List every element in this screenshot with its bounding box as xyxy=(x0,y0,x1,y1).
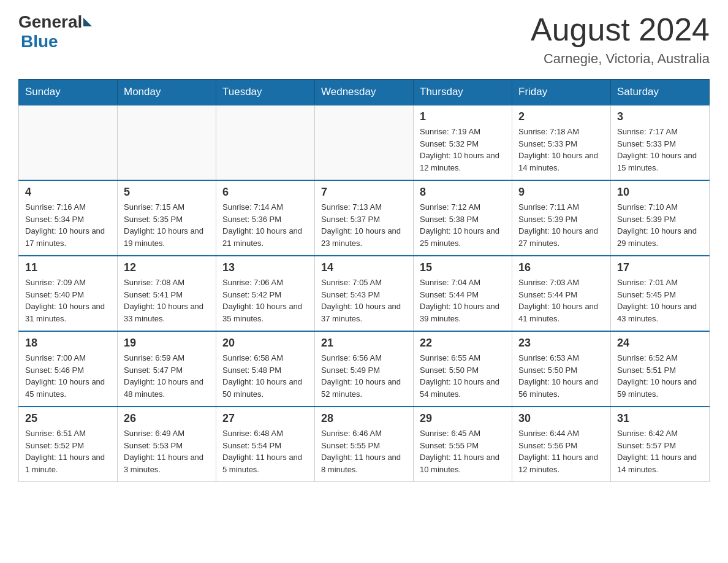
day-number: 3 xyxy=(617,110,703,123)
day-info: Sunrise: 6:49 AM Sunset: 5:53 PM Dayligh… xyxy=(124,427,210,475)
day-info: Sunrise: 7:12 AM Sunset: 5:38 PM Dayligh… xyxy=(420,201,506,249)
day-info: Sunrise: 7:17 AM Sunset: 5:33 PM Dayligh… xyxy=(617,126,703,174)
calendar-day-cell: 3Sunrise: 7:17 AM Sunset: 5:33 PM Daylig… xyxy=(611,105,710,180)
page-header: General Blue August 2024 Carnegie, Victo… xyxy=(18,12,710,67)
day-number: 19 xyxy=(124,337,210,350)
calendar-day-cell xyxy=(19,105,118,180)
day-info: Sunrise: 7:00 AM Sunset: 5:46 PM Dayligh… xyxy=(25,352,111,400)
day-info: Sunrise: 7:08 AM Sunset: 5:41 PM Dayligh… xyxy=(124,277,210,324)
day-number: 5 xyxy=(124,186,210,199)
calendar-day-header: Tuesday xyxy=(216,80,315,105)
calendar-day-cell xyxy=(216,105,315,180)
calendar-week-row: 25Sunrise: 6:51 AM Sunset: 5:52 PM Dayli… xyxy=(19,407,710,482)
day-info: Sunrise: 6:53 AM Sunset: 5:50 PM Dayligh… xyxy=(518,352,604,400)
calendar-day-cell: 22Sunrise: 6:55 AM Sunset: 5:50 PM Dayli… xyxy=(414,331,512,407)
day-info: Sunrise: 7:11 AM Sunset: 5:39 PM Dayligh… xyxy=(518,201,604,249)
day-number: 22 xyxy=(420,337,506,350)
calendar-day-cell: 11Sunrise: 7:09 AM Sunset: 5:40 PM Dayli… xyxy=(19,256,118,331)
calendar-day-header: Thursday xyxy=(414,80,512,105)
day-info: Sunrise: 7:14 AM Sunset: 5:36 PM Dayligh… xyxy=(222,201,308,249)
day-info: Sunrise: 7:03 AM Sunset: 5:44 PM Dayligh… xyxy=(518,277,604,324)
day-number: 28 xyxy=(321,412,407,425)
day-info: Sunrise: 7:13 AM Sunset: 5:37 PM Dayligh… xyxy=(321,201,407,249)
title-section: August 2024 Carnegie, Victoria, Australi… xyxy=(531,12,710,67)
calendar-day-cell: 28Sunrise: 6:46 AM Sunset: 5:55 PM Dayli… xyxy=(315,407,414,482)
month-year-title: August 2024 xyxy=(531,12,710,47)
day-info: Sunrise: 7:15 AM Sunset: 5:35 PM Dayligh… xyxy=(124,201,210,249)
logo-triangle-icon xyxy=(83,18,92,26)
calendar-day-cell: 26Sunrise: 6:49 AM Sunset: 5:53 PM Dayli… xyxy=(118,407,216,482)
day-info: Sunrise: 6:46 AM Sunset: 5:55 PM Dayligh… xyxy=(321,427,407,475)
day-number: 27 xyxy=(222,412,308,425)
day-info: Sunrise: 6:44 AM Sunset: 5:56 PM Dayligh… xyxy=(518,427,604,475)
day-number: 21 xyxy=(321,337,407,350)
day-number: 26 xyxy=(124,412,210,425)
logo: General Blue xyxy=(18,12,93,52)
calendar-day-cell: 29Sunrise: 6:45 AM Sunset: 5:55 PM Dayli… xyxy=(414,407,512,482)
day-number: 23 xyxy=(518,337,604,350)
calendar-day-cell: 23Sunrise: 6:53 AM Sunset: 5:50 PM Dayli… xyxy=(512,331,611,407)
calendar-day-cell: 18Sunrise: 7:00 AM Sunset: 5:46 PM Dayli… xyxy=(19,331,118,407)
day-number: 13 xyxy=(222,261,308,274)
calendar-day-cell: 8Sunrise: 7:12 AM Sunset: 5:38 PM Daylig… xyxy=(414,180,512,256)
day-number: 8 xyxy=(420,186,506,199)
calendar-day-header: Friday xyxy=(512,80,611,105)
calendar-day-header: Saturday xyxy=(611,80,710,105)
day-info: Sunrise: 7:19 AM Sunset: 5:32 PM Dayligh… xyxy=(420,126,506,174)
day-info: Sunrise: 7:05 AM Sunset: 5:43 PM Dayligh… xyxy=(321,277,407,324)
calendar-day-cell: 27Sunrise: 6:48 AM Sunset: 5:54 PM Dayli… xyxy=(216,407,315,482)
day-number: 9 xyxy=(518,186,604,199)
calendar-day-cell: 1Sunrise: 7:19 AM Sunset: 5:32 PM Daylig… xyxy=(414,105,512,180)
location-subtitle: Carnegie, Victoria, Australia xyxy=(531,51,710,67)
calendar-day-cell: 2Sunrise: 7:18 AM Sunset: 5:33 PM Daylig… xyxy=(512,105,611,180)
day-info: Sunrise: 6:55 AM Sunset: 5:50 PM Dayligh… xyxy=(420,352,506,400)
calendar-day-cell: 19Sunrise: 6:59 AM Sunset: 5:47 PM Dayli… xyxy=(118,331,216,407)
calendar-day-cell: 30Sunrise: 6:44 AM Sunset: 5:56 PM Dayli… xyxy=(512,407,611,482)
day-number: 18 xyxy=(25,337,111,350)
calendar-day-cell: 9Sunrise: 7:11 AM Sunset: 5:39 PM Daylig… xyxy=(512,180,611,256)
day-info: Sunrise: 7:01 AM Sunset: 5:45 PM Dayligh… xyxy=(617,277,703,324)
calendar-day-cell: 7Sunrise: 7:13 AM Sunset: 5:37 PM Daylig… xyxy=(315,180,414,256)
day-info: Sunrise: 6:42 AM Sunset: 5:57 PM Dayligh… xyxy=(617,427,703,475)
calendar-day-cell: 13Sunrise: 7:06 AM Sunset: 5:42 PM Dayli… xyxy=(216,256,315,331)
day-number: 2 xyxy=(518,110,604,123)
day-number: 4 xyxy=(25,186,111,199)
calendar-week-row: 18Sunrise: 7:00 AM Sunset: 5:46 PM Dayli… xyxy=(19,331,710,407)
day-number: 11 xyxy=(25,261,111,274)
calendar-day-cell: 12Sunrise: 7:08 AM Sunset: 5:41 PM Dayli… xyxy=(118,256,216,331)
calendar-table: SundayMondayTuesdayWednesdayThursdayFrid… xyxy=(18,79,710,482)
day-info: Sunrise: 7:10 AM Sunset: 5:39 PM Dayligh… xyxy=(617,201,703,249)
day-info: Sunrise: 7:18 AM Sunset: 5:33 PM Dayligh… xyxy=(518,126,604,174)
day-number: 30 xyxy=(518,412,604,425)
day-number: 16 xyxy=(518,261,604,274)
day-info: Sunrise: 6:56 AM Sunset: 5:49 PM Dayligh… xyxy=(321,352,407,400)
day-number: 10 xyxy=(617,186,703,199)
calendar-day-header: Sunday xyxy=(19,80,118,105)
day-info: Sunrise: 7:04 AM Sunset: 5:44 PM Dayligh… xyxy=(420,277,506,324)
calendar-day-cell: 6Sunrise: 7:14 AM Sunset: 5:36 PM Daylig… xyxy=(216,180,315,256)
day-number: 25 xyxy=(25,412,111,425)
day-info: Sunrise: 6:52 AM Sunset: 5:51 PM Dayligh… xyxy=(617,352,703,400)
day-number: 31 xyxy=(617,412,703,425)
day-number: 29 xyxy=(420,412,506,425)
calendar-day-cell xyxy=(315,105,414,180)
day-number: 12 xyxy=(124,261,210,274)
day-info: Sunrise: 7:16 AM Sunset: 5:34 PM Dayligh… xyxy=(25,201,111,249)
calendar-week-row: 11Sunrise: 7:09 AM Sunset: 5:40 PM Dayli… xyxy=(19,256,710,331)
day-info: Sunrise: 6:45 AM Sunset: 5:55 PM Dayligh… xyxy=(420,427,506,475)
calendar-day-cell: 14Sunrise: 7:05 AM Sunset: 5:43 PM Dayli… xyxy=(315,256,414,331)
calendar-day-cell: 25Sunrise: 6:51 AM Sunset: 5:52 PM Dayli… xyxy=(19,407,118,482)
day-number: 6 xyxy=(222,186,308,199)
calendar-day-cell: 10Sunrise: 7:10 AM Sunset: 5:39 PM Dayli… xyxy=(611,180,710,256)
day-info: Sunrise: 6:48 AM Sunset: 5:54 PM Dayligh… xyxy=(222,427,308,475)
calendar-day-cell: 17Sunrise: 7:01 AM Sunset: 5:45 PM Dayli… xyxy=(611,256,710,331)
day-info: Sunrise: 6:58 AM Sunset: 5:48 PM Dayligh… xyxy=(222,352,308,400)
day-number: 1 xyxy=(420,110,506,123)
calendar-day-cell: 5Sunrise: 7:15 AM Sunset: 5:35 PM Daylig… xyxy=(118,180,216,256)
day-number: 17 xyxy=(617,261,703,274)
calendar-day-cell: 4Sunrise: 7:16 AM Sunset: 5:34 PM Daylig… xyxy=(19,180,118,256)
day-info: Sunrise: 7:09 AM Sunset: 5:40 PM Dayligh… xyxy=(25,277,111,324)
calendar-day-header: Wednesday xyxy=(315,80,414,105)
logo-blue-text: Blue xyxy=(21,32,58,51)
day-info: Sunrise: 6:51 AM Sunset: 5:52 PM Dayligh… xyxy=(25,427,111,475)
